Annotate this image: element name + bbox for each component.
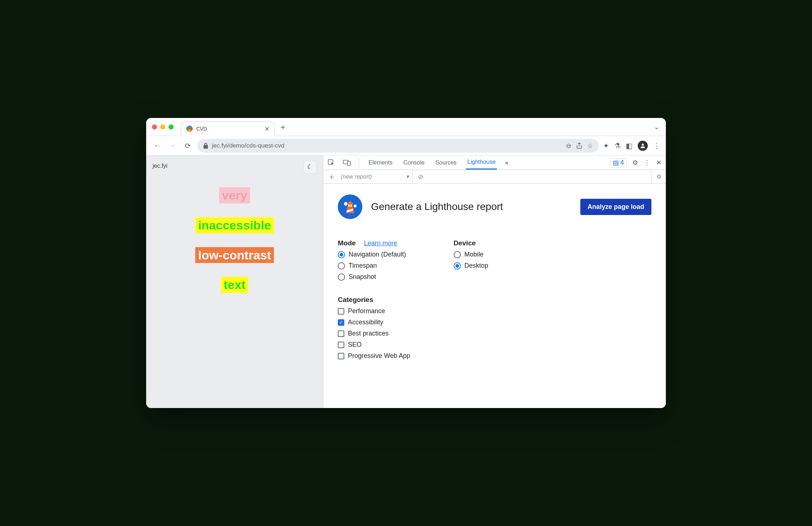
category-option[interactable]: Best practices — [338, 330, 410, 337]
checkbox-icon — [338, 342, 344, 348]
category-option[interactable]: Progressive Web App — [338, 352, 410, 360]
window-minimize-button[interactable] — [160, 124, 165, 130]
profile-avatar[interactable] — [638, 141, 648, 151]
new-tab-button[interactable]: ＋ — [279, 122, 287, 132]
radio-icon — [454, 262, 461, 269]
body-split: jec.fyi ☾ very inaccessible low-contrast… — [146, 155, 666, 408]
lighthouse-subbar: ＋ (new report) ▾ ⊘ ⚙ — [323, 170, 666, 184]
issues-count: 4 — [620, 159, 624, 166]
categories-label: Categories — [338, 296, 373, 304]
checkbox-icon — [338, 319, 344, 326]
add-report-button[interactable]: ＋ — [328, 171, 336, 182]
window-zoom-button[interactable] — [169, 124, 174, 130]
more-tabs-icon[interactable]: » — [505, 159, 508, 166]
lock-icon — [203, 143, 208, 149]
inspect-element-icon[interactable] — [328, 159, 335, 166]
clear-button[interactable]: ⊘ — [418, 173, 423, 181]
checkbox-icon — [338, 353, 344, 359]
device-label: Device — [454, 239, 476, 247]
zoom-out-icon[interactable]: ⊖ — [566, 142, 571, 150]
devtools-settings-icon[interactable]: ⚙ — [632, 159, 638, 167]
issues-badge[interactable]: ▤ 4 — [610, 158, 627, 167]
tab-close-button[interactable]: ✕ — [265, 126, 269, 132]
demo-word: low-contrast — [195, 247, 274, 263]
lighthouse-options: Mode Learn more Navigation (Default) Tim… — [338, 239, 651, 360]
devtools-tab-lighthouse[interactable]: Lighthouse — [466, 155, 497, 170]
lighthouse-settings-icon[interactable]: ⚙ — [651, 170, 662, 183]
category-option[interactable]: Accessibility — [338, 319, 410, 326]
svg-rect-3 — [348, 161, 350, 166]
dropdown-icon: ▾ — [406, 173, 409, 180]
chrome-menu-button[interactable]: ⋮ — [653, 141, 660, 150]
device-option-label: Desktop — [464, 262, 488, 269]
report-selector[interactable]: (new report) ▾ — [341, 170, 413, 183]
address-bar[interactable]: jec.fyi/demo/cds-quest-cvd ⊖ ☆ — [197, 139, 599, 153]
device-option[interactable]: Desktop — [454, 262, 488, 269]
device-option[interactable]: Mobile — [454, 251, 488, 258]
device-column: Device Mobile Desktop — [454, 239, 488, 360]
mode-option-label: Timespan — [349, 262, 377, 269]
lighthouse-logo-icon — [338, 194, 362, 219]
demo-word: inaccessible — [195, 217, 274, 233]
browser-tab[interactable]: CVD ✕ — [181, 122, 275, 136]
window-close-button[interactable] — [152, 124, 157, 130]
page-viewport: jec.fyi ☾ very inaccessible low-contrast… — [146, 155, 323, 408]
devtools-tab-sources[interactable]: Sources — [434, 155, 458, 170]
checkbox-icon — [338, 308, 344, 315]
lighthouse-header: Generate a Lighthouse report Analyze pag… — [338, 194, 651, 219]
url-text: jec.fyi/demo/cds-quest-cvd — [212, 142, 284, 149]
category-label: Performance — [348, 307, 385, 315]
toolbar-right: ✦ ⚗ ◧ ⋮ — [603, 141, 660, 151]
traffic-lights — [152, 124, 174, 130]
mode-label: Mode — [338, 239, 356, 247]
radio-icon — [338, 273, 345, 281]
devtools-tab-elements[interactable]: Elements — [367, 155, 394, 170]
category-label: SEO — [348, 341, 362, 349]
devtools-menu-icon[interactable]: ⋮ — [644, 159, 650, 167]
lighthouse-body: Generate a Lighthouse report Analyze pag… — [323, 184, 666, 371]
analyze-page-load-button[interactable]: Analyze page load — [580, 199, 651, 215]
demo-text-stack: very inaccessible low-contrast text — [153, 187, 316, 293]
reload-button[interactable]: ⟳ — [182, 140, 193, 151]
forward-button[interactable]: → — [167, 140, 178, 151]
radio-icon — [338, 251, 345, 258]
mode-option[interactable]: Timespan — [338, 262, 410, 269]
moon-icon: ☾ — [307, 163, 313, 171]
category-label: Accessibility — [348, 319, 383, 326]
extensions-icon[interactable]: ✦ — [603, 141, 609, 150]
tab-favicon-icon — [186, 126, 193, 132]
bookmark-star-icon[interactable]: ☆ — [587, 142, 593, 150]
devtools-tabbar: Elements Console Sources Lighthouse » ▤ … — [323, 155, 666, 170]
category-label: Best practices — [348, 330, 389, 337]
share-icon[interactable] — [576, 143, 582, 149]
demo-word: very — [219, 187, 250, 203]
learn-more-link[interactable]: Learn more — [364, 240, 397, 247]
svg-point-0 — [642, 144, 644, 146]
sidepanel-icon[interactable]: ◧ — [626, 141, 633, 150]
radio-icon — [454, 251, 461, 258]
labs-icon[interactable]: ⚗ — [614, 141, 621, 150]
checkbox-icon — [338, 330, 344, 337]
devtools-tab-console[interactable]: Console — [402, 155, 426, 170]
demo-word: text — [221, 277, 248, 293]
svg-point-5 — [354, 205, 357, 207]
devtools-panel: Elements Console Sources Lighthouse » ▤ … — [323, 155, 666, 408]
theme-toggle-button[interactable]: ☾ — [304, 161, 316, 174]
mode-option[interactable]: Navigation (Default) — [338, 251, 410, 258]
device-toggle-icon[interactable] — [343, 159, 351, 166]
report-selector-label: (new report) — [341, 174, 372, 180]
titlebar: CVD ✕ ＋ ⌄ — [146, 118, 666, 136]
back-button[interactable]: ← — [152, 140, 163, 151]
category-option[interactable]: SEO — [338, 341, 410, 349]
mode-option[interactable]: Snapshot — [338, 273, 410, 281]
category-label: Progressive Web App — [348, 352, 410, 360]
devtools-close-icon[interactable]: ✕ — [656, 159, 662, 167]
device-option-label: Mobile — [464, 251, 484, 258]
tab-title: CVD — [196, 126, 207, 132]
mode-option-label: Navigation (Default) — [349, 251, 406, 258]
mode-option-label: Snapshot — [349, 273, 376, 281]
tabs-dropdown-button[interactable]: ⌄ — [654, 123, 659, 131]
browser-toolbar: ← → ⟳ jec.fyi/demo/cds-quest-cvd ⊖ ☆ ✦ ⚗… — [146, 136, 666, 155]
category-option[interactable]: Performance — [338, 307, 410, 315]
issues-icon: ▤ — [613, 159, 619, 167]
